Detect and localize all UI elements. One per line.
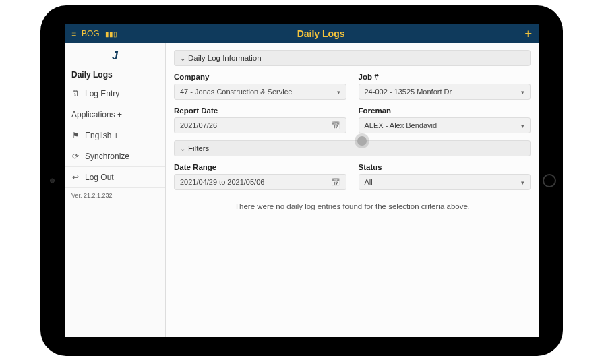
- company-value: 47 - Jonas Construction & Service: [180, 88, 292, 96]
- sidebar-item-log-entry[interactable]: 🗓 Log Entry: [65, 84, 165, 104]
- page-title: Daily Logs: [297, 28, 345, 39]
- version-label: Ver. 21.2.1.232: [65, 188, 165, 203]
- status-value: All: [365, 178, 373, 186]
- caret-down-icon: [521, 178, 524, 186]
- daterange-label: Date Range: [174, 163, 346, 171]
- status-label: Status: [359, 163, 531, 171]
- foreman-label: Foreman: [359, 107, 531, 115]
- daterange-value: 2021/04/29 to 2021/05/06: [180, 178, 264, 186]
- chevron-down-icon: ⌄: [180, 145, 185, 152]
- caret-down-icon: [521, 121, 524, 129]
- signal-icon: ▮▮▯: [105, 30, 117, 38]
- report-date-input[interactable]: 2021/07/26: [174, 117, 346, 133]
- main-content: ⌄ Daily Log Information Company 47 - Jon…: [166, 43, 539, 337]
- job-select[interactable]: 24-002 - 13525 Monfort Dr: [359, 84, 531, 100]
- daterange-input[interactable]: 2021/04/29 to 2021/05/06: [174, 174, 346, 190]
- sidebar-item-logout[interactable]: ↩ Log Out: [65, 167, 165, 188]
- sidebar-item-synchronize[interactable]: ⟳ Synchronize: [65, 146, 165, 167]
- sidebar-item-applications[interactable]: Applications +: [65, 104, 165, 125]
- company-select[interactable]: 47 - Jonas Construction & Service: [174, 84, 346, 100]
- calendar-icon: 🗓: [71, 89, 80, 98]
- status-select[interactable]: All: [359, 174, 531, 190]
- logout-icon: ↩: [71, 173, 80, 182]
- panel-title: Daily Log Information: [188, 54, 262, 62]
- sidebar-item-english[interactable]: ⚑ English +: [65, 125, 165, 146]
- language-icon: ⚑: [71, 131, 80, 140]
- foreman-select[interactable]: ALEX - Alex Bendavid: [359, 117, 531, 133]
- panel-daily-log-information[interactable]: ⌄ Daily Log Information: [174, 50, 531, 66]
- company-label: Company: [174, 73, 346, 81]
- add-button[interactable]: +: [524, 27, 532, 41]
- sidebar-item-label: English +: [85, 131, 119, 140]
- tablet-home-button[interactable]: [543, 174, 556, 187]
- sidebar-item-label: Synchronize: [85, 152, 129, 161]
- menu-icon[interactable]: ≡: [71, 29, 76, 38]
- touch-indicator: [357, 136, 367, 146]
- panel-filters[interactable]: ⌄ Filters: [174, 140, 531, 156]
- app-screen: ≡ BOG ▮▮▯ Daily Logs + J Daily Logs 🗓 Lo…: [65, 24, 539, 337]
- brand-label: BOG: [82, 29, 100, 38]
- job-label: Job #: [359, 73, 531, 81]
- tablet-frame: ≡ BOG ▮▮▯ Daily Logs + J Daily Logs 🗓 Lo…: [40, 5, 563, 356]
- empty-state-message: There were no daily log entries found fo…: [174, 202, 531, 210]
- caret-down-icon: [521, 88, 524, 96]
- sidebar-item-label: Log Out: [85, 173, 114, 182]
- chevron-down-icon: ⌄: [180, 55, 185, 62]
- app-header: ≡ BOG ▮▮▯ Daily Logs +: [65, 24, 539, 43]
- sync-icon: ⟳: [71, 152, 80, 161]
- panel-title: Filters: [188, 144, 209, 152]
- tablet-camera: [50, 179, 55, 183]
- calendar-icon: [331, 121, 340, 130]
- foreman-value: ALEX - Alex Bendavid: [365, 121, 437, 129]
- sidebar-item-label: Log Entry: [85, 89, 119, 98]
- app-logo: J: [65, 43, 165, 66]
- sidebar-section-daily-logs: Daily Logs: [65, 66, 165, 84]
- report-date-label: Report Date: [174, 107, 346, 115]
- app-body: J Daily Logs 🗓 Log Entry Applications + …: [65, 43, 539, 337]
- sidebar-item-label: Applications +: [71, 110, 122, 119]
- sidebar: J Daily Logs 🗓 Log Entry Applications + …: [65, 43, 166, 337]
- report-date-value: 2021/07/26: [180, 121, 217, 129]
- caret-down-icon: [337, 88, 340, 96]
- job-value: 24-002 - 13525 Monfort Dr: [365, 88, 452, 96]
- calendar-icon: [331, 178, 340, 187]
